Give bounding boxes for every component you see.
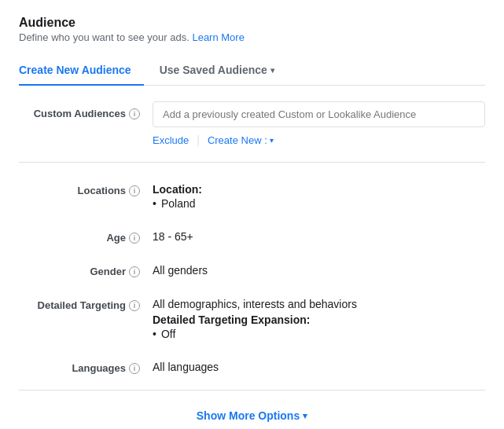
locations-label: Locations i xyxy=(19,178,153,196)
custom-audiences-row: Custom Audiences i Exclude | Create New … xyxy=(19,101,485,146)
gender-label: Gender i xyxy=(19,259,153,277)
age-info-icon[interactable]: i xyxy=(129,233,140,244)
languages-label: Languages i xyxy=(19,356,153,374)
create-new-link[interactable]: Create New : ▾ xyxy=(208,134,274,146)
section-divider xyxy=(19,162,485,163)
expansion-label: Detailed Targeting Expansion: xyxy=(153,314,485,326)
custom-audiences-input[interactable] xyxy=(153,101,485,127)
languages-value: All languages xyxy=(153,356,485,373)
tab-create-new[interactable]: Create New Audience xyxy=(19,56,144,86)
detailed-targeting-row: Detailed Targeting i All demographics, i… xyxy=(19,293,485,340)
languages-info-icon[interactable]: i xyxy=(129,363,140,374)
gender-value: All genders xyxy=(153,259,485,277)
locations-row: Locations i Location: Poland xyxy=(19,178,485,210)
location-type: Location: xyxy=(153,183,485,196)
section-header: Audience Define who you want to see your… xyxy=(19,16,485,43)
location-item: Poland xyxy=(153,197,485,210)
custom-audiences-input-area: Exclude | Create New : ▾ xyxy=(153,101,485,146)
exclude-link[interactable]: Exclude xyxy=(153,134,189,146)
detailed-targeting-info-icon[interactable]: i xyxy=(129,300,140,311)
detailed-targeting-value: All demographics, interests and behavior… xyxy=(153,293,485,340)
learn-more-link[interactable]: Learn More xyxy=(192,31,244,43)
audience-section: Audience Define who you want to see your… xyxy=(0,0,504,429)
show-more-container: Show More Options ▾ xyxy=(19,390,485,428)
custom-audiences-label: Custom Audiences i xyxy=(19,101,153,119)
tab-use-saved[interactable]: Use Saved Audience ▾ xyxy=(160,56,274,86)
detailed-targeting-text: All demographics, interests and behavior… xyxy=(153,298,485,310)
gender-info-icon[interactable]: i xyxy=(129,266,140,277)
age-value: 18 - 65+ xyxy=(153,226,485,243)
show-more-button[interactable]: Show More Options ▾ xyxy=(184,403,320,428)
age-row: Age i 18 - 65+ xyxy=(19,226,485,244)
actions-divider: | xyxy=(197,134,200,146)
use-saved-dropdown-icon: ▾ xyxy=(270,66,274,75)
create-new-dropdown-icon: ▾ xyxy=(270,136,274,145)
gender-row: Gender i All genders xyxy=(19,259,485,277)
tabs-container: Create New Audience Use Saved Audience ▾ xyxy=(19,56,485,86)
locations-info-icon[interactable]: i xyxy=(129,185,140,196)
input-actions: Exclude | Create New : ▾ xyxy=(153,134,485,146)
page-title: Audience xyxy=(19,16,485,30)
expansion-value: Off xyxy=(153,328,485,340)
page-subtitle: Define who you want to see your ads. Lea… xyxy=(19,31,485,43)
audience-content: Custom Audiences i Exclude | Create New … xyxy=(19,86,485,429)
languages-row: Languages i All languages xyxy=(19,356,485,374)
custom-audiences-info-icon[interactable]: i xyxy=(129,108,140,119)
detailed-targeting-label: Detailed Targeting i xyxy=(19,293,153,311)
show-more-dropdown-icon: ▾ xyxy=(303,411,307,421)
age-label: Age i xyxy=(19,226,153,244)
locations-value: Location: Poland xyxy=(153,178,485,210)
